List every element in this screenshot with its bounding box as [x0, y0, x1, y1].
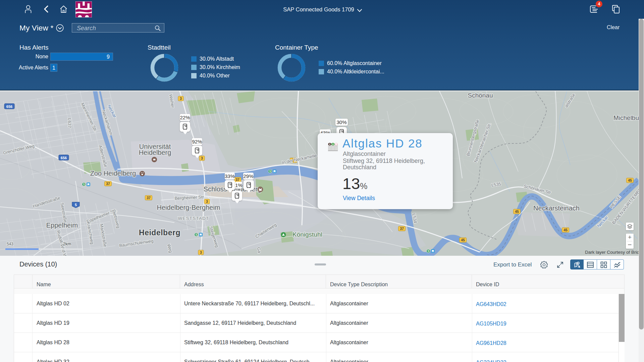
svg-text:WESTSTADT: WESTSTADT [178, 216, 209, 221]
svg-text:3: 3 [201, 156, 203, 160]
svg-text:Steigerweg: Steigerweg [208, 226, 220, 248]
svg-text:Heidelberg: Heidelberg [139, 228, 180, 237]
svg-text:45: 45 [515, 209, 519, 214]
svg-text:656: 656 [6, 105, 12, 109]
svg-text:45: 45 [564, 228, 568, 232]
svg-text:L637: L637 [67, 118, 72, 128]
svg-text:Handelsstraße: Handelsstraße [32, 195, 61, 209]
svg-text:Michelbuch: Michelbuch [613, 114, 639, 121]
svg-text:Zoo Heidelberg: Zoo Heidelberg [90, 170, 136, 177]
svg-text:37: 37 [106, 182, 110, 186]
svg-text:37: 37 [235, 178, 239, 182]
svg-text:HESSE: HESSE [609, 194, 622, 209]
svg-text:S: S [269, 170, 271, 173]
svg-text:45: 45 [628, 178, 632, 182]
svg-text:S: S [83, 183, 85, 186]
svg-text:Neckar: Neckar [596, 215, 609, 228]
svg-text:Diebsweg: Diebsweg [111, 209, 121, 229]
svg-text:Marktstraße: Marktstraße [99, 224, 108, 247]
svg-text:3: 3 [200, 250, 202, 254]
svg-text:Eppelheim: Eppelheim [46, 222, 78, 229]
svg-text:5: 5 [75, 203, 77, 207]
svg-text:L535: L535 [491, 181, 501, 188]
svg-text:Chaisenweg: Chaisenweg [254, 222, 277, 239]
svg-text:Adlerstraße: Adlerstraße [98, 144, 108, 168]
svg-text:Neckarsteinach: Neckarsteinach [533, 204, 580, 212]
svg-text:3: 3 [180, 97, 182, 101]
svg-text:In der Neckarhelle: In der Neckarhelle [281, 153, 317, 165]
svg-text:S: S [195, 233, 197, 236]
svg-text:Weiher: Weiher [168, 94, 175, 109]
svg-text:Baumschulenweg: Baumschulenweg [119, 238, 154, 248]
svg-text:45: 45 [461, 238, 465, 242]
svg-text:656: 656 [61, 156, 67, 160]
svg-text:Ga: Ga [256, 247, 262, 253]
svg-text:543: 543 [7, 242, 13, 246]
svg-text:Schönau: Schönau [468, 92, 493, 99]
svg-text:Bergheimer Str.: Bergheimer Str. [174, 194, 205, 201]
svg-text:37: 37 [400, 227, 404, 231]
svg-text:3: 3 [206, 199, 208, 203]
svg-text:Heidelberg: Heidelberg [139, 149, 171, 156]
svg-text:Kranichweg: Kranichweg [86, 221, 95, 245]
svg-text:37: 37 [147, 196, 151, 200]
svg-text:Weg: Weg [166, 243, 173, 253]
svg-text:Heidelberg-Bergheim: Heidelberg-Bergheim [157, 204, 220, 211]
svg-text:Seestraße: Seestraße [60, 202, 68, 223]
svg-text:alstraße: alstraße [564, 93, 576, 109]
svg-text:Schönauer Str: Schönauer Str [523, 183, 552, 195]
svg-text:L534: L534 [412, 213, 418, 224]
svg-text:Königstuhl: Königstuhl [292, 231, 322, 238]
svg-text:Grenzhöfer Weg: Grenzhöfer Weg [3, 143, 35, 156]
svg-text:2km: 2km [63, 241, 71, 246]
svg-text:S: S [427, 249, 429, 253]
svg-text:Mannheimer Str.: Mannheimer Str. [80, 102, 98, 133]
